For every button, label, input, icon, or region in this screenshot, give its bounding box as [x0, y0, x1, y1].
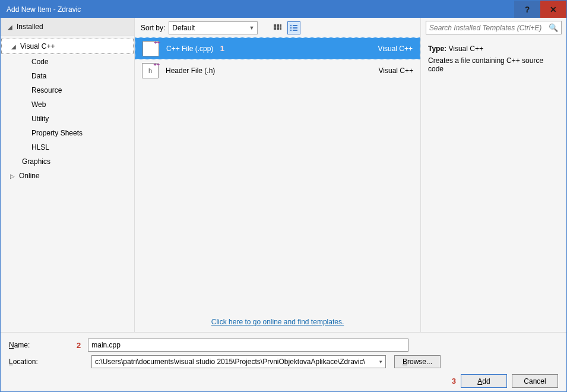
annotation-3: 3 [452, 377, 456, 385]
template-language: Visual C++ [371, 45, 413, 53]
cancel-button[interactable]: Cancel [512, 374, 558, 388]
sort-label: Sort by: [141, 24, 165, 32]
svg-rect-7 [293, 25, 297, 26]
template-list: ++ C++ File (.cpp) 1 Visual C++ h ++ Hea… [135, 37, 420, 312]
preview-type-label: Type: [428, 45, 446, 53]
search-icon[interactable]: 🔍 [549, 23, 558, 32]
titlebar: Add New Item - Zdravic ? ✕ [1, 1, 566, 18]
tree-node-hlsl[interactable]: HLSL [1, 140, 134, 154]
chevron-down-icon: ▼ [249, 25, 254, 31]
online-templates-link-row: Click here to go online and find templat… [135, 312, 420, 332]
main-area: ◢ Installed ◢ Visual C++ Code Data Resou… [1, 18, 566, 332]
template-item-cpp-file[interactable]: ++ C++ File (.cpp) 1 Visual C++ [135, 37, 420, 59]
tree-label: Web [31, 100, 46, 109]
plus-icon: ++ [153, 62, 160, 68]
tree-node-graphics[interactable]: Graphics [1, 154, 134, 169]
list-icon [290, 24, 298, 32]
tree-label: Code [31, 58, 49, 66]
annotation-1: 1 [220, 44, 224, 53]
sidebar-installed-header[interactable]: ◢ Installed [1, 18, 134, 36]
name-input[interactable] [88, 339, 408, 352]
search-box[interactable]: 🔍 [426, 21, 562, 34]
preview-type-value: Visual C++ [448, 45, 483, 53]
annotation-2: 2 [77, 341, 81, 350]
svg-rect-0 [274, 24, 276, 27]
view-grid-button[interactable] [271, 21, 284, 34]
titlebar-buttons: ? ✕ [514, 1, 566, 18]
chevron-down-icon: ▾ [379, 359, 382, 365]
tree-label: Property Sheets [31, 129, 83, 137]
tree-label: HLSL [31, 143, 49, 151]
tree-label: Data [31, 72, 46, 80]
location-label: Location: [9, 358, 73, 366]
cpp-file-icon: ++ [142, 41, 159, 56]
plus-icon: ++ [154, 40, 160, 46]
grid-icon [273, 24, 281, 32]
tree-node-web[interactable]: Web [1, 97, 134, 112]
name-row: Name: 2 [9, 339, 558, 352]
dialog-buttons: 3 Add Cancel [9, 374, 558, 388]
online-templates-link[interactable]: Click here to go online and find templat… [211, 318, 344, 326]
location-combobox[interactable]: c:\Users\patri\documents\visual studio 2… [91, 355, 386, 368]
svg-rect-3 [274, 27, 276, 30]
tree-label: Online [19, 172, 40, 180]
sidebar-installed-label: Installed [17, 23, 43, 31]
add-button[interactable]: Add [461, 374, 507, 388]
template-name: Header File (.h) [166, 67, 365, 75]
window-title: Add New Item - Zdravic [7, 5, 514, 14]
preview-description: Creates a file containing C++ source cod… [428, 56, 559, 73]
sort-combobox[interactable]: Default ▼ [169, 21, 258, 34]
template-language: Visual C++ [372, 67, 413, 75]
svg-rect-11 [293, 30, 297, 31]
expander-icon: ▷ [10, 173, 16, 179]
sort-toolbar: Sort by: Default ▼ [135, 18, 420, 37]
view-list-button[interactable] [287, 21, 300, 34]
tree-label: Visual C++ [20, 42, 55, 50]
name-label: Name: [9, 341, 73, 349]
svg-rect-4 [277, 27, 279, 30]
sort-value: Default [172, 24, 195, 32]
search-row: 🔍 [421, 18, 566, 37]
tree-node-property-sheets[interactable]: Property Sheets [1, 126, 134, 140]
center-panel: Sort by: Default ▼ ++ C++ File (.cpp) [134, 18, 421, 332]
template-item-header-file[interactable]: h ++ Header File (.h) Visual C++ [135, 59, 420, 81]
close-button[interactable]: ✕ [540, 1, 566, 18]
svg-point-10 [290, 29, 292, 30]
expander-icon: ◢ [8, 24, 14, 30]
svg-point-8 [290, 27, 292, 28]
svg-point-6 [290, 24, 292, 26]
expander-icon: ◢ [11, 43, 17, 49]
bottom-panel: Name: 2 Location: c:\Users\patri\documen… [1, 332, 566, 392]
location-row: Location: c:\Users\patri\documents\visua… [9, 355, 558, 368]
preview-body: Type: Visual C++ Creates a file containi… [421, 37, 566, 80]
tree-label: Utility [31, 115, 49, 123]
tree-label: Graphics [22, 157, 50, 166]
svg-rect-5 [280, 27, 281, 30]
tree-node-code[interactable]: Code [1, 55, 134, 69]
header-file-icon: h ++ [142, 63, 159, 78]
preview-panel: 🔍 Type: Visual C++ Creates a file contai… [421, 18, 566, 332]
location-value: c:\Users\patri\documents\visual studio 2… [95, 358, 379, 366]
tree-node-utility[interactable]: Utility [1, 112, 134, 126]
tree-node-online[interactable]: ▷ Online [1, 169, 134, 183]
svg-rect-9 [293, 27, 297, 29]
tree-node-visual-cpp[interactable]: ◢ Visual C++ [1, 39, 134, 54]
tree-node-data[interactable]: Data [1, 69, 134, 83]
browse-button[interactable]: Browse... [394, 355, 441, 368]
svg-rect-1 [277, 24, 279, 27]
search-input[interactable] [429, 24, 549, 32]
sidebar: ◢ Installed ◢ Visual C++ Code Data Resou… [1, 18, 134, 332]
template-name: C++ File (.cpp) 1 [166, 44, 364, 53]
tree-node-resource[interactable]: Resource [1, 83, 134, 97]
help-button[interactable]: ? [514, 1, 540, 18]
svg-rect-2 [280, 24, 281, 27]
tree-label: Resource [31, 86, 62, 94]
